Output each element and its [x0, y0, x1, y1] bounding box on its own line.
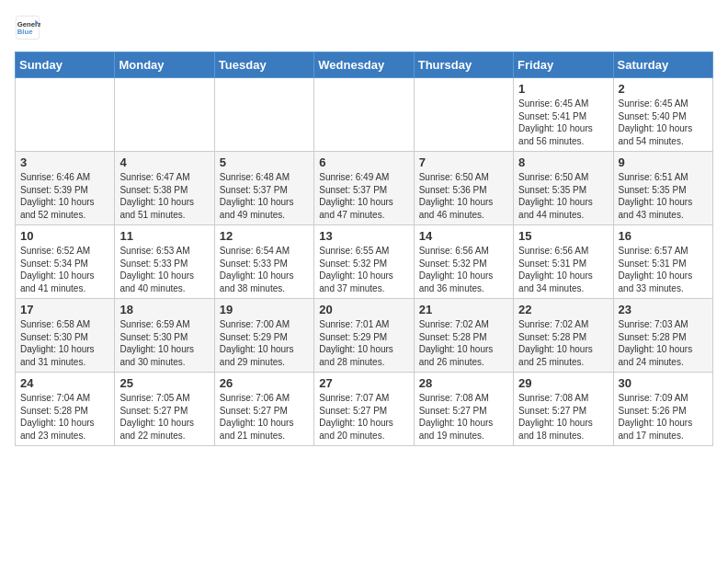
weekday-header-row: SundayMondayTuesdayWednesdayThursdayFrid… [16, 52, 713, 78]
calendar-day-cell: 1Sunrise: 6:45 AM Sunset: 5:41 PM Daylig… [514, 78, 613, 152]
calendar-day-cell: 10Sunrise: 6:52 AM Sunset: 5:34 PM Dayli… [16, 225, 115, 299]
calendar-day-cell [214, 78, 313, 152]
day-number: 23 [619, 303, 708, 316]
day-info: Sunrise: 7:04 AM Sunset: 5:28 PM Dayligh… [20, 392, 109, 442]
calendar-day-cell: 19Sunrise: 7:00 AM Sunset: 5:29 PM Dayli… [214, 299, 313, 373]
day-number: 17 [20, 303, 109, 316]
calendar-day-cell: 3Sunrise: 6:46 AM Sunset: 5:39 PM Daylig… [16, 152, 115, 225]
day-info: Sunrise: 6:52 AM Sunset: 5:34 PM Dayligh… [20, 245, 109, 294]
day-info: Sunrise: 6:47 AM Sunset: 5:38 PM Dayligh… [119, 171, 209, 221]
calendar-week-row: 24Sunrise: 7:04 AM Sunset: 5:28 PM Dayli… [16, 373, 713, 446]
day-number: 24 [20, 376, 109, 390]
day-info: Sunrise: 7:07 AM Sunset: 5:27 PM Dayligh… [319, 392, 408, 442]
weekday-header-cell: Monday [115, 52, 214, 78]
day-info: Sunrise: 7:02 AM Sunset: 5:28 PM Dayligh… [419, 318, 508, 368]
calendar-day-cell [414, 78, 513, 152]
calendar-body: 1Sunrise: 6:45 AM Sunset: 5:41 PM Daylig… [16, 78, 713, 446]
day-info: Sunrise: 7:08 AM Sunset: 5:27 PM Dayligh… [419, 392, 508, 442]
logo: General Blue [15, 15, 40, 40]
calendar-day-cell: 14Sunrise: 6:56 AM Sunset: 5:32 PM Dayli… [414, 225, 513, 299]
day-number: 18 [119, 303, 209, 316]
day-info: Sunrise: 6:57 AM Sunset: 5:31 PM Dayligh… [619, 245, 708, 294]
day-info: Sunrise: 7:03 AM Sunset: 5:28 PM Dayligh… [619, 318, 708, 368]
day-info: Sunrise: 7:08 AM Sunset: 5:27 PM Dayligh… [518, 392, 608, 442]
calendar-day-cell: 23Sunrise: 7:03 AM Sunset: 5:28 PM Dayli… [613, 299, 712, 373]
calendar-day-cell: 29Sunrise: 7:08 AM Sunset: 5:27 PM Dayli… [514, 373, 613, 446]
day-number: 25 [119, 376, 209, 390]
day-number: 20 [319, 303, 408, 316]
day-number: 21 [419, 303, 508, 316]
calendar-week-row: 3Sunrise: 6:46 AM Sunset: 5:39 PM Daylig… [16, 152, 713, 225]
day-number: 30 [619, 376, 708, 390]
weekday-header-cell: Sunday [16, 52, 115, 78]
day-info: Sunrise: 6:45 AM Sunset: 5:41 PM Dayligh… [518, 98, 608, 147]
weekday-header-cell: Tuesday [214, 52, 313, 78]
calendar-day-cell [115, 78, 214, 152]
logo-icon: General Blue [15, 15, 40, 40]
day-number: 16 [619, 229, 708, 243]
day-number: 26 [220, 376, 309, 390]
calendar-day-cell: 28Sunrise: 7:08 AM Sunset: 5:27 PM Dayli… [414, 373, 513, 446]
day-info: Sunrise: 7:05 AM Sunset: 5:27 PM Dayligh… [119, 392, 209, 442]
day-number: 2 [619, 82, 708, 96]
day-number: 6 [319, 155, 408, 169]
calendar-week-row: 10Sunrise: 6:52 AM Sunset: 5:34 PM Dayli… [16, 225, 713, 299]
calendar-day-cell: 25Sunrise: 7:05 AM Sunset: 5:27 PM Dayli… [115, 373, 214, 446]
day-number: 29 [518, 376, 608, 390]
day-info: Sunrise: 6:48 AM Sunset: 5:37 PM Dayligh… [220, 171, 309, 221]
weekday-header-cell: Wednesday [314, 52, 414, 78]
calendar-day-cell: 18Sunrise: 6:59 AM Sunset: 5:30 PM Dayli… [115, 299, 214, 373]
calendar-day-cell [16, 78, 115, 152]
calendar-day-cell: 6Sunrise: 6:49 AM Sunset: 5:37 PM Daylig… [314, 152, 414, 225]
day-info: Sunrise: 7:06 AM Sunset: 5:27 PM Dayligh… [220, 392, 309, 442]
day-info: Sunrise: 7:02 AM Sunset: 5:28 PM Dayligh… [518, 318, 608, 368]
day-info: Sunrise: 6:53 AM Sunset: 5:33 PM Dayligh… [119, 245, 209, 294]
day-number: 7 [419, 155, 508, 169]
calendar-day-cell: 4Sunrise: 6:47 AM Sunset: 5:38 PM Daylig… [115, 152, 214, 225]
day-number: 14 [419, 229, 508, 243]
weekday-header-cell: Saturday [613, 52, 712, 78]
calendar-day-cell: 2Sunrise: 6:45 AM Sunset: 5:40 PM Daylig… [613, 78, 712, 152]
calendar-day-cell: 26Sunrise: 7:06 AM Sunset: 5:27 PM Dayli… [214, 373, 313, 446]
day-number: 19 [220, 303, 309, 316]
day-info: Sunrise: 6:55 AM Sunset: 5:32 PM Dayligh… [319, 245, 408, 294]
day-number: 27 [319, 376, 408, 390]
day-info: Sunrise: 6:46 AM Sunset: 5:39 PM Dayligh… [20, 171, 109, 221]
calendar-day-cell: 8Sunrise: 6:50 AM Sunset: 5:35 PM Daylig… [514, 152, 613, 225]
calendar-day-cell: 5Sunrise: 6:48 AM Sunset: 5:37 PM Daylig… [214, 152, 313, 225]
day-number: 9 [619, 155, 708, 169]
calendar-day-cell: 20Sunrise: 7:01 AM Sunset: 5:29 PM Dayli… [314, 299, 414, 373]
calendar-day-cell: 24Sunrise: 7:04 AM Sunset: 5:28 PM Dayli… [16, 373, 115, 446]
day-info: Sunrise: 7:00 AM Sunset: 5:29 PM Dayligh… [220, 318, 309, 368]
day-number: 8 [518, 155, 608, 169]
calendar-day-cell: 22Sunrise: 7:02 AM Sunset: 5:28 PM Dayli… [514, 299, 613, 373]
day-info: Sunrise: 6:50 AM Sunset: 5:36 PM Dayligh… [419, 171, 508, 221]
day-number: 1 [518, 82, 608, 96]
day-number: 3 [20, 155, 109, 169]
calendar-day-cell: 11Sunrise: 6:53 AM Sunset: 5:33 PM Dayli… [115, 225, 214, 299]
calendar-day-cell: 17Sunrise: 6:58 AM Sunset: 5:30 PM Dayli… [16, 299, 115, 373]
calendar-day-cell: 16Sunrise: 6:57 AM Sunset: 5:31 PM Dayli… [613, 225, 712, 299]
calendar-day-cell: 27Sunrise: 7:07 AM Sunset: 5:27 PM Dayli… [314, 373, 414, 446]
day-number: 13 [319, 229, 408, 243]
calendar-week-row: 1Sunrise: 6:45 AM Sunset: 5:41 PM Daylig… [16, 78, 713, 152]
day-info: Sunrise: 6:58 AM Sunset: 5:30 PM Dayligh… [20, 318, 109, 368]
calendar-day-cell: 9Sunrise: 6:51 AM Sunset: 5:35 PM Daylig… [613, 152, 712, 225]
day-info: Sunrise: 6:51 AM Sunset: 5:35 PM Dayligh… [619, 171, 708, 221]
day-info: Sunrise: 6:54 AM Sunset: 5:33 PM Dayligh… [220, 245, 309, 294]
calendar-day-cell: 12Sunrise: 6:54 AM Sunset: 5:33 PM Dayli… [214, 225, 313, 299]
weekday-header-cell: Friday [514, 52, 613, 78]
calendar-day-cell: 13Sunrise: 6:55 AM Sunset: 5:32 PM Dayli… [314, 225, 414, 299]
day-info: Sunrise: 6:45 AM Sunset: 5:40 PM Dayligh… [619, 98, 708, 147]
calendar-day-cell [314, 78, 414, 152]
day-info: Sunrise: 7:01 AM Sunset: 5:29 PM Dayligh… [319, 318, 408, 368]
page-header: General Blue [15, 15, 713, 40]
day-number: 10 [20, 229, 109, 243]
calendar-day-cell: 7Sunrise: 6:50 AM Sunset: 5:36 PM Daylig… [414, 152, 513, 225]
day-number: 28 [419, 376, 508, 390]
day-info: Sunrise: 6:56 AM Sunset: 5:31 PM Dayligh… [518, 245, 608, 294]
day-info: Sunrise: 7:09 AM Sunset: 5:26 PM Dayligh… [619, 392, 708, 442]
day-info: Sunrise: 6:56 AM Sunset: 5:32 PM Dayligh… [419, 245, 508, 294]
calendar-day-cell: 21Sunrise: 7:02 AM Sunset: 5:28 PM Dayli… [414, 299, 513, 373]
weekday-header-cell: Thursday [414, 52, 513, 78]
